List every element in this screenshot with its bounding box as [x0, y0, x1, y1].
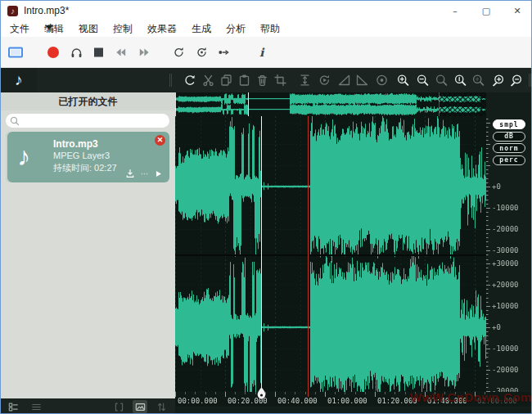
adjust-vertical-icon	[299, 74, 311, 87]
scale-label: +10000	[492, 302, 519, 310]
scale-unit-dB[interactable]: dB	[493, 132, 525, 142]
edit-cursor[interactable]	[261, 116, 262, 389]
file-format: MPEG Layer3	[53, 151, 110, 160]
sort-order-button[interactable]	[154, 400, 169, 413]
scale-label: -30000	[492, 246, 519, 254]
vertical-zoom-in-button[interactable]	[492, 74, 504, 87]
loop-selection-button[interactable]	[196, 46, 208, 58]
file-overview[interactable]	[175, 92, 486, 116]
menu-item-1[interactable]: 编辑	[37, 20, 71, 38]
info-icon: i	[259, 46, 264, 59]
crop-button[interactable]	[274, 74, 286, 87]
separator-icon	[529, 74, 531, 87]
play-icon[interactable]	[154, 169, 163, 178]
menu-item-5[interactable]: 生成	[184, 20, 219, 38]
zoom-one-button[interactable]	[454, 74, 467, 87]
cut-icon	[202, 74, 214, 87]
scale-label: +20000	[492, 281, 519, 289]
maximize-button[interactable]: ▢	[471, 1, 502, 20]
amplify-button[interactable]	[376, 74, 388, 87]
scale-label: +0	[492, 323, 501, 331]
file-card[interactable]: ♪ Intro.mp3 MPEG Layer3 持续时间: 02:27 ✕	[6, 132, 169, 182]
stop-button[interactable]	[94, 47, 103, 56]
cut-button[interactable]	[202, 74, 214, 87]
window-controls: –▢✕	[440, 1, 532, 20]
separator-icon	[169, 74, 172, 87]
previous-button[interactable]	[115, 46, 127, 58]
play-from-cursor-button[interactable]	[218, 46, 230, 58]
play-from-cursor-icon	[218, 46, 230, 58]
menu-item-4[interactable]: 效果器	[140, 20, 184, 38]
menu-item-2[interactable]: 视图	[71, 20, 106, 38]
music-note-icon: ♪	[17, 142, 30, 172]
zoom-in-icon	[397, 74, 409, 87]
scale-unit-perc[interactable]: perc	[493, 155, 525, 165]
menu-item-0[interactable]: 文件	[2, 20, 37, 38]
scale-label: -10000	[492, 204, 519, 212]
adjust-vertical-button[interactable]	[299, 74, 311, 87]
vertical-zoom-out-icon	[510, 74, 522, 87]
preview-loop-button[interactable]	[318, 74, 331, 87]
app-logo-icon: ♪	[7, 6, 18, 16]
undo-icon	[184, 74, 196, 87]
file-duration: 持续时间: 02:27	[53, 162, 117, 174]
zoom-out-icon	[417, 74, 429, 87]
search-box[interactable]	[6, 114, 169, 128]
loop-icon	[173, 46, 185, 58]
zoom-in-button[interactable]	[397, 74, 409, 87]
main-waveform[interactable]	[175, 116, 486, 392]
zoom-selection-icon	[435, 74, 448, 87]
file-card-actions	[125, 169, 163, 178]
zoom-out-button[interactable]	[417, 74, 429, 87]
stop-icon	[94, 47, 103, 56]
monitor-button[interactable]	[70, 46, 83, 58]
menu-item-7[interactable]: 帮助	[253, 20, 287, 38]
amplitude-scale: +0-10000-20000-30000+30000+20000+10000+0…	[486, 92, 532, 407]
compact-list-view-button[interactable]	[29, 400, 43, 413]
menu-item-3[interactable]: 控制	[106, 20, 140, 38]
timeline-label: 00:00.000	[178, 397, 218, 405]
fade-out-button[interactable]	[356, 74, 368, 87]
vertical-zoom-out-button[interactable]	[510, 74, 522, 87]
next-icon	[138, 46, 151, 58]
transport-toolbar: 44.1 kHz stereo -0000:00:54.460 i	[1, 37, 532, 68]
tab-pointer	[45, 25, 53, 29]
search-input[interactable]	[22, 115, 169, 126]
sidebar-statusbar	[1, 398, 175, 414]
loop-selection-icon	[196, 46, 208, 58]
scale-label: +0	[492, 182, 501, 191]
fade-in-button[interactable]	[338, 74, 350, 87]
info-button[interactable]: i	[259, 46, 264, 59]
zoom-full-button[interactable]	[472, 74, 485, 87]
record-button[interactable]	[47, 47, 59, 58]
loop-button[interactable]	[173, 46, 185, 58]
edit-cursor-handle[interactable]	[257, 387, 266, 400]
delete-button[interactable]	[256, 74, 268, 87]
edit-toolbar: ♪	[1, 68, 532, 92]
paste-icon	[238, 74, 250, 87]
brackets-view-button[interactable]	[111, 400, 126, 413]
scale-label: -20000	[492, 225, 519, 233]
scale-unit-norm[interactable]: norm	[493, 143, 525, 153]
undo-button[interactable]	[184, 74, 196, 87]
overview-cursor	[248, 92, 249, 116]
previous-icon	[115, 46, 127, 58]
scale-label: +30000	[492, 259, 519, 268]
selection-tool-button[interactable]	[8, 47, 23, 57]
close-button[interactable]: ✕	[502, 1, 532, 20]
paste-button[interactable]	[238, 74, 250, 87]
image-view-button[interactable]	[133, 400, 147, 413]
minimize-button[interactable]: –	[440, 1, 471, 20]
scale-unit-smpl[interactable]: smpl	[493, 119, 525, 129]
crop-icon	[274, 74, 286, 87]
menu-item-6[interactable]: 分析	[219, 20, 253, 38]
levels-icon[interactable]	[140, 169, 149, 178]
document-tab[interactable]: ♪	[1, 68, 37, 92]
zoom-selection-button[interactable]	[435, 74, 448, 87]
download-icon[interactable]	[125, 169, 135, 178]
list-view-button[interactable]	[6, 400, 20, 413]
close-file-button[interactable]: ✕	[155, 135, 165, 146]
next-button[interactable]	[138, 46, 151, 58]
copy-button[interactable]	[220, 74, 232, 87]
fade-in-icon	[338, 74, 350, 87]
